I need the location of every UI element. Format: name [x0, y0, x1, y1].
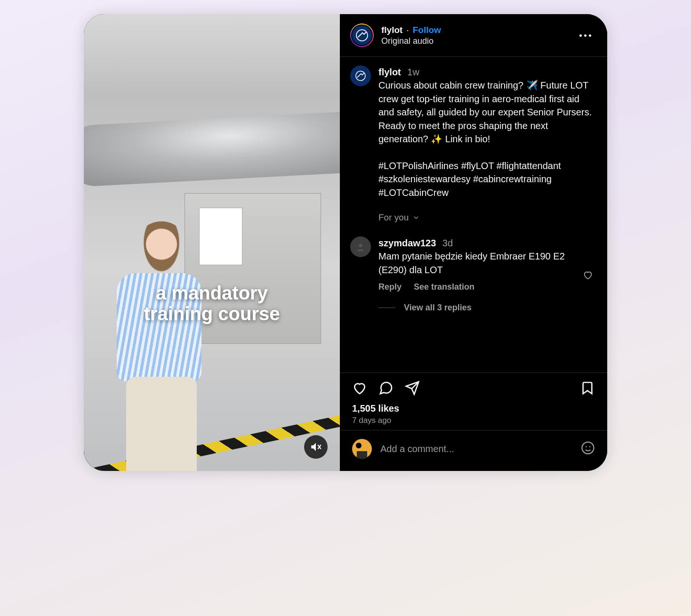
audio-attribution[interactable]: Original audio [381, 36, 568, 46]
post-modal: a mandatory training course flylot [84, 14, 607, 471]
comment-input[interactable] [380, 444, 572, 454]
caption-body: Curious about cabin crew training? ✈️ Fu… [378, 79, 595, 146]
like-button[interactable] [352, 381, 367, 397]
for-you-label: For you [378, 211, 409, 224]
author-avatar[interactable] [350, 24, 374, 47]
comment-icon [378, 381, 394, 396]
caption-username[interactable]: flylot [378, 67, 401, 77]
view-replies-button[interactable]: View all 3 replies [378, 302, 573, 314]
like-comment-button[interactable] [581, 236, 595, 314]
scene-ceiling [84, 14, 340, 99]
comment-composer [340, 430, 607, 471]
caption-hashtags[interactable]: #LOTPolishAirlines #flyLOT #flightattend… [378, 159, 595, 199]
svg-point-5 [589, 446, 591, 447]
mute-toggle-button[interactable] [304, 435, 328, 459]
follow-button[interactable]: Follow [413, 25, 441, 35]
volume-muted-icon [310, 441, 322, 453]
user-placeholder-icon [355, 242, 366, 252]
smiley-icon [581, 441, 595, 455]
comment-item: szymdaw123 3d Mam pytanie będzie kiedy E… [350, 236, 595, 314]
airline-logo-icon [355, 71, 366, 81]
post-header: flylot · Follow Original audio [340, 14, 607, 57]
separator-dot: · [406, 25, 409, 35]
scene-duct [84, 109, 340, 187]
heart-outline-icon [583, 270, 593, 280]
heart-outline-icon [352, 381, 367, 396]
share-button[interactable] [405, 381, 420, 397]
action-bar: 1,505 likes 7 days ago [340, 373, 607, 430]
see-translation-button[interactable]: See translation [414, 281, 474, 293]
svg-point-2 [359, 243, 362, 247]
caption-timestamp: 1w [407, 67, 419, 77]
media-viewport[interactable]: a mandatory training course [84, 14, 340, 471]
scene-person [103, 207, 216, 471]
current-user-avatar[interactable] [352, 439, 372, 459]
details-panel: flylot · Follow Original audio [340, 14, 607, 471]
svg-point-3 [582, 442, 594, 454]
bookmark-icon [580, 381, 595, 396]
commenter-avatar[interactable] [350, 236, 371, 257]
view-replies-label: View all 3 replies [404, 302, 472, 314]
commenter-username[interactable]: szymdaw123 [378, 238, 436, 248]
dots-icon [579, 34, 582, 37]
reply-button[interactable]: Reply [378, 281, 402, 293]
paper-plane-icon [405, 381, 420, 396]
comment-timestamp: 3d [442, 238, 453, 248]
svg-point-4 [586, 446, 587, 447]
emoji-picker-button[interactable] [581, 441, 595, 457]
airline-logo-icon [356, 29, 368, 41]
post-caption-block: flylot 1w Curious about cabin crew train… [350, 65, 595, 224]
comment-body: Mam pytanie będzie kiedy Embraer E190 E2… [378, 250, 573, 276]
likes-count[interactable]: 1,505 likes [352, 403, 595, 414]
chevron-down-icon [412, 214, 420, 221]
caption-avatar[interactable] [350, 65, 371, 86]
author-username[interactable]: flylot [381, 25, 402, 35]
more-options-button[interactable] [576, 31, 595, 41]
svg-point-1 [356, 71, 365, 81]
comments-scroll[interactable]: flylot 1w Curious about cabin crew train… [340, 57, 607, 373]
video-caption-overlay: a mandatory training course [84, 283, 340, 324]
comment-button[interactable] [378, 381, 394, 397]
save-button[interactable] [580, 381, 595, 397]
post-age: 7 days ago [352, 416, 595, 425]
for-you-toggle[interactable]: For you [378, 211, 595, 224]
thread-line [378, 308, 395, 308]
svg-point-0 [356, 30, 368, 41]
